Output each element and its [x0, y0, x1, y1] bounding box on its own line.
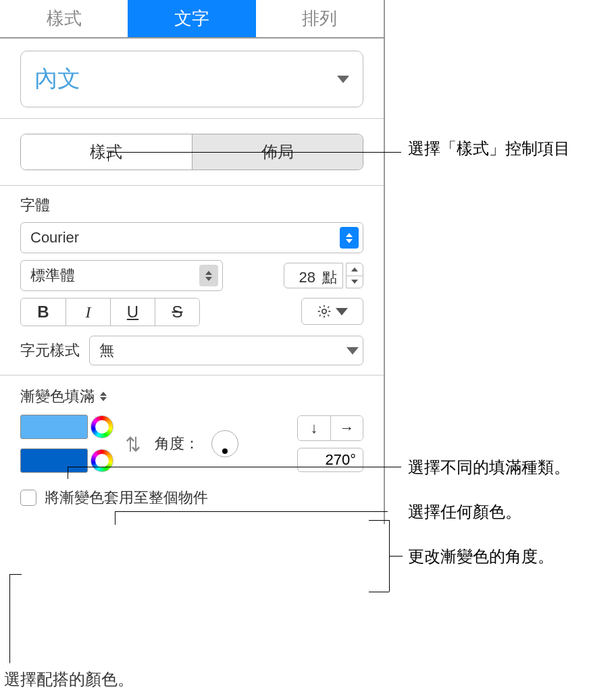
apply-whole-label: 將漸變色套用至整個物件 [45, 488, 208, 508]
chevron-up-icon [351, 267, 358, 272]
select-indicator-icon [99, 392, 108, 401]
direction-down-button[interactable]: ↓ [298, 416, 330, 440]
font-size-field[interactable]: 28 點 [284, 263, 343, 288]
swap-colors-button[interactable]: ⇄ [122, 436, 146, 453]
angle-label: 角度： [155, 434, 199, 454]
font-size-unit: 點 [322, 269, 337, 286]
gradient-color-2-swatch[interactable] [20, 448, 88, 473]
text-style-group: B I U S [20, 298, 200, 326]
gear-icon [317, 304, 332, 319]
angle-input[interactable] [297, 448, 363, 472]
italic-button[interactable]: I [66, 299, 110, 326]
chevron-down-icon [346, 347, 359, 355]
top-tabs: 樣式 文字 排列 [0, 0, 384, 38]
chevron-down-icon [336, 308, 348, 315]
select-indicator-icon [340, 227, 359, 249]
font-size-value: 28 [299, 269, 315, 286]
font-family-value: Courier [30, 229, 79, 247]
color-wheel-1-button[interactable] [91, 415, 113, 438]
callout-fill-type: 選擇不同的填滿種類。 [408, 457, 570, 478]
font-weight-select[interactable]: 標準體 [20, 260, 223, 291]
font-weight-value: 標準體 [30, 265, 75, 286]
direction-group: ↓ → [297, 415, 363, 441]
callout-matching-color: 選擇配搭的顏色。 [4, 669, 134, 690]
color-wheel-2-button[interactable] [91, 449, 113, 472]
direction-right-button[interactable]: → [330, 416, 363, 440]
chevron-down-icon [337, 76, 349, 83]
bold-button[interactable]: B [21, 299, 66, 326]
strike-button[interactable]: S [155, 299, 199, 326]
size-up-button[interactable] [346, 263, 363, 276]
callout-style-control: 選擇「樣式」控制項目 [408, 138, 570, 159]
char-style-label: 字元樣式 [20, 340, 80, 361]
apply-whole-checkbox[interactable] [20, 490, 36, 506]
format-panel: 樣式 文字 排列 內文 樣式 佈局 字體 Courier 標準體 [0, 0, 385, 524]
font-size-stepper [346, 263, 363, 288]
char-style-value: 無 [99, 340, 114, 361]
chevron-down-icon [351, 280, 358, 284]
fill-type-select[interactable]: 漸變色填滿 [20, 384, 108, 415]
svg-point-0 [322, 309, 326, 313]
underline-button[interactable]: U [110, 299, 155, 326]
size-down-button[interactable] [346, 276, 363, 288]
gradient-color-1-swatch[interactable] [20, 415, 88, 439]
select-indicator-icon [199, 265, 218, 286]
advanced-options-button[interactable] [301, 298, 363, 325]
paragraph-style-label: 內文 [34, 63, 80, 95]
fill-type-label: 漸變色填滿 [20, 386, 95, 407]
char-style-select[interactable]: 無 [89, 336, 363, 365]
tab-text[interactable]: 文字 [128, 0, 255, 37]
tab-arrange[interactable]: 排列 [256, 0, 384, 37]
font-section-label: 字體 [20, 186, 363, 222]
angle-dial[interactable] [211, 430, 238, 457]
tab-style[interactable]: 樣式 [0, 0, 128, 37]
font-family-select[interactable]: Courier [20, 222, 363, 253]
paragraph-style-picker[interactable]: 內文 [20, 51, 363, 107]
callout-angle: 更改漸變色的角度。 [408, 546, 554, 567]
callout-any-color: 選擇任何顏色。 [408, 501, 521, 523]
